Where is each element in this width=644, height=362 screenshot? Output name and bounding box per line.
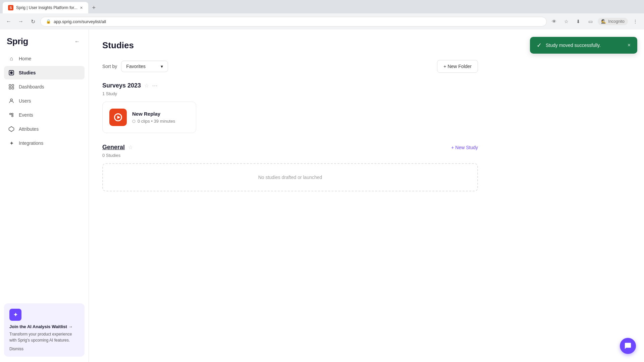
logo: Sprig: [7, 36, 28, 47]
folder-surveys-2023-header: Surveys 2023 ☆ ···: [102, 82, 478, 89]
study-info-new-replay: New Replay 0 clips • 39 minutes: [132, 111, 189, 124]
svg-rect-6: [12, 87, 14, 89]
svg-point-2: [11, 72, 12, 73]
sidebar-item-label-integrations: Integrations: [19, 140, 43, 146]
chat-button[interactable]: [620, 338, 636, 354]
folder-general-star-icon[interactable]: ☆: [128, 144, 133, 150]
folder-surveys-2023-star-icon[interactable]: ☆: [144, 82, 149, 89]
folder-general-actions: + New Study: [451, 145, 478, 150]
menu-icon[interactable]: ⋮: [631, 17, 640, 26]
svg-rect-4: [12, 84, 14, 86]
study-status-dot: [132, 120, 136, 123]
study-icon-new-replay: [109, 109, 127, 126]
device-icon[interactable]: ▭: [586, 17, 595, 26]
sidebar-collapse-button[interactable]: ←: [72, 37, 82, 46]
active-tab[interactable]: S Sprig | User Insights Platform for... …: [3, 2, 88, 13]
back-button[interactable]: ←: [4, 17, 13, 26]
tab-title: Sprig | User Insights Platform for...: [16, 5, 77, 10]
sidebar-item-label-users: Users: [19, 98, 31, 104]
sort-left: Sort by Favorites ▾: [102, 61, 168, 72]
eye-slash-icon: 👁: [549, 17, 559, 26]
sort-chevron-icon: ▾: [161, 64, 163, 69]
refresh-button[interactable]: ↻: [28, 17, 38, 26]
home-icon: ⌂: [8, 55, 15, 62]
study-meta-new-replay: 0 clips • 39 minutes: [132, 119, 189, 124]
ai-promo-banner: ✦ Join the AI Analysis Waitlist → Transf…: [4, 303, 85, 357]
download-icon[interactable]: ⬇: [574, 17, 583, 26]
sort-bar: Sort by Favorites ▾ + New Folder: [102, 60, 478, 73]
ai-promo-icon: ✦: [9, 309, 21, 321]
sidebar-item-events[interactable]: Events: [4, 108, 85, 122]
content-inner: Studies Sort by Favorites ▾ + New Folder…: [89, 29, 491, 213]
sort-label: Sort by: [102, 64, 117, 69]
study-name-new-replay: New Replay: [132, 111, 189, 117]
sidebar-nav: ⌂ Home Studies: [0, 49, 89, 298]
url-text: app.sprig.com/surveylist/all: [54, 19, 106, 24]
browser-tabs: S Sprig | User Insights Platform for... …: [0, 0, 644, 13]
sidebar-item-label-events: Events: [19, 112, 33, 118]
toast-message: Study moved successfully.: [546, 43, 601, 48]
incognito-icon: 🕵: [601, 19, 606, 24]
address-bar[interactable]: 🔒 app.sprig.com/surveylist/all: [40, 17, 547, 26]
lock-icon: 🔒: [46, 19, 51, 24]
sort-selected-value: Favorites: [126, 64, 146, 69]
folder-general-header: General ☆ + New Study: [102, 144, 478, 151]
sidebar-item-studies[interactable]: Studies: [4, 66, 85, 79]
ai-promo-description: Transform your product experience with S…: [9, 331, 79, 343]
folder-surveys-2023-count: 1 Study: [102, 91, 478, 96]
users-icon: [8, 98, 15, 104]
page-title: Studies: [102, 40, 478, 51]
study-card-new-replay[interactable]: New Replay 0 clips • 39 minutes: [102, 102, 196, 133]
svg-rect-3: [9, 84, 11, 86]
toolbar-actions: 👁 ☆ ⬇ ▭ 🕵 Incognito ⋮: [549, 17, 640, 26]
sidebar-item-label-attributes: Attributes: [19, 126, 39, 132]
ai-promo-dismiss-button[interactable]: Dismiss: [9, 347, 79, 351]
toast-check-icon: ✓: [537, 42, 542, 49]
toast-close-button[interactable]: ×: [628, 42, 631, 48]
sidebar-item-label-studies: Studies: [19, 70, 36, 75]
attributes-icon: [8, 126, 15, 132]
forward-button[interactable]: →: [16, 17, 25, 26]
svg-point-7: [10, 99, 12, 101]
sidebar-item-dashboards[interactable]: Dashboards: [4, 80, 85, 94]
browser-chrome: S Sprig | User Insights Platform for... …: [0, 0, 644, 29]
main-content: Studies Sort by Favorites ▾ + New Folder…: [89, 29, 644, 362]
tab-favicon: S: [8, 5, 13, 10]
success-toast: ✓ Study moved successfully. ×: [530, 37, 637, 54]
sidebar-item-attributes[interactable]: Attributes: [4, 122, 85, 136]
svg-point-8: [10, 113, 11, 115]
folder-surveys-2023-name: Surveys 2023: [102, 82, 141, 89]
ai-promo-title[interactable]: Join the AI Analysis Waitlist →: [9, 324, 79, 329]
sort-dropdown[interactable]: Favorites ▾: [121, 61, 168, 72]
folder-surveys-2023: Surveys 2023 ☆ ··· 1 Study: [102, 82, 478, 133]
svg-marker-13: [117, 116, 120, 119]
sidebar-item-integrations[interactable]: ✦ Integrations: [4, 136, 85, 150]
new-folder-button[interactable]: + New Folder: [437, 60, 478, 73]
empty-state-general: No studies drafted or launched: [102, 163, 478, 191]
sidebar-header: Sprig ←: [0, 29, 89, 49]
events-icon: [8, 112, 15, 118]
sidebar-item-label-home: Home: [19, 56, 31, 61]
svg-point-10: [12, 113, 13, 115]
folder-surveys-2023-more-icon[interactable]: ···: [152, 83, 158, 89]
integrations-icon: ✦: [8, 140, 15, 146]
folder-general: General ☆ + New Study 0 Studies No studi…: [102, 144, 478, 191]
svg-marker-11: [9, 127, 14, 132]
study-meta-text-new-replay: 0 clips • 39 minutes: [138, 119, 175, 124]
tab-close-icon[interactable]: ×: [80, 5, 83, 10]
sidebar-item-users[interactable]: Users: [4, 94, 85, 108]
bookmark-icon[interactable]: ☆: [561, 17, 571, 26]
incognito-label: Incognito: [608, 19, 625, 24]
dashboards-icon: [8, 83, 15, 90]
new-study-button[interactable]: + New Study: [451, 145, 478, 150]
sidebar-item-label-dashboards: Dashboards: [19, 84, 44, 89]
incognito-badge[interactable]: 🕵 Incognito: [598, 18, 628, 25]
folder-general-count: 0 Studies: [102, 153, 478, 158]
folder-general-name[interactable]: General: [102, 144, 125, 151]
sidebar-item-home[interactable]: ⌂ Home: [4, 52, 85, 65]
svg-rect-5: [9, 87, 11, 89]
svg-point-9: [12, 115, 13, 117]
new-tab-button[interactable]: +: [88, 2, 100, 13]
studies-icon: [8, 69, 15, 76]
app-wrapper: Sprig ← ⌂ Home Studies: [0, 29, 644, 362]
